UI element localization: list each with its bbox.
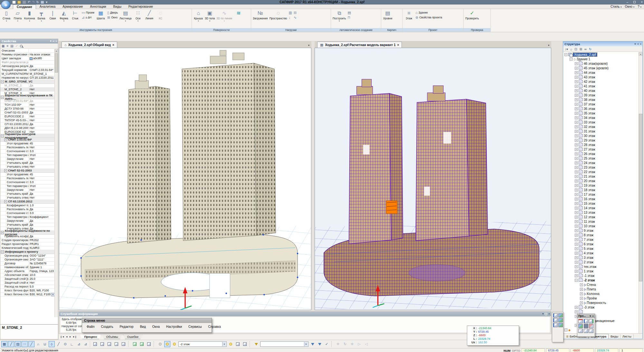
joint-tool-button[interactable]: ⊢Стык (70, 10, 80, 20)
ribbon-tab-Аннотации[interactable]: Аннотации (87, 5, 110, 9)
property-value[interactable]: Да (29, 223, 55, 227)
expander-icon[interactable]: + (575, 143, 578, 146)
property-category-row[interactable]: −Варианты конструирования в ПК ЛИРА-... (0, 95, 55, 99)
menu-item-Настройки[interactable]: Настройки (163, 324, 185, 329)
menu-item-Справка[interactable]: Справка (205, 324, 224, 329)
menu-item-Сервисы[interactable]: Сервисы (185, 324, 205, 329)
property-value[interactable]: 3.0 (29, 181, 55, 184)
expander-icon[interactable]: − (575, 279, 578, 282)
expander-icon[interactable]: + (575, 220, 578, 223)
property-row[interactable]: Класс бетона стен по...B30, W12, F100▼ (0, 293, 55, 297)
collapse-icon[interactable]: − (1, 231, 4, 234)
lamp-off-icon[interactable] (157, 341, 163, 347)
pin-icon[interactable]: T (635, 43, 640, 45)
property-row[interactable]: Коэффициент про...1.0 (0, 204, 55, 208)
property-value[interactable]: B30, W12, F100▼ (29, 293, 55, 296)
property-row[interactable]: Тип параметра ко...Угол (0, 153, 55, 157)
expander-icon[interactable]: + (575, 238, 578, 241)
tab-nav-arrows[interactable]: ❙◄◄►►❙ (60, 336, 77, 338)
menu-?[interactable]: ? (638, 5, 641, 9)
expander-icon[interactable]: + (575, 216, 578, 219)
projection-view-button-7[interactable] (578, 329, 583, 333)
delta-h-tool-button[interactable]: ⊿± ΔН (81, 15, 94, 19)
property-value[interactable]: Да (29, 235, 55, 238)
property-value[interactable]: 45 (29, 142, 55, 145)
collapse-icon[interactable]: − (4, 169, 7, 172)
property-value[interactable]: Нет (29, 103, 55, 107)
export-icon[interactable]: ⊡ (574, 47, 577, 51)
3d-canvas-analytic[interactable] (315, 48, 551, 310)
expander-icon[interactable]: + (575, 67, 578, 70)
property-category-row[interactable]: −СНиП 52-01-2003 (0, 169, 55, 173)
filter-select-combo[interactable]: ▼ (260, 341, 308, 347)
property-row[interactable]: M_STONE_1Да (0, 84, 55, 88)
minimize-button[interactable] (627, 0, 629, 4)
mini-view-button-5[interactable] (553, 323, 558, 327)
tree-item-Стена[interactable]: +Стена (563, 282, 639, 287)
grid-snap-toggle[interactable]: ▦ (1, 341, 7, 347)
filter-apply-icon[interactable] (309, 341, 316, 347)
tree-item-15 этаж[interactable]: +15 этаж (563, 201, 639, 206)
tree-item-тех.этаж[interactable]: +тех.этаж (563, 264, 639, 269)
tree-item-9 этаж[interactable]: +9 этаж (563, 228, 639, 233)
property-row[interactable]: Тип параметра ко...Коэффициент (0, 215, 55, 219)
expander-icon[interactable]: + (580, 288, 583, 291)
tree-item-Проём[interactable]: +Проём (563, 296, 639, 300)
tree-item-36 этаж[interactable]: +36 этаж (563, 106, 639, 111)
property-category-row[interactable]: −Коэффициенты надёжности по нагрузке (0, 231, 55, 235)
property-row[interactable]: Соотношение стор...3.0 (0, 211, 55, 215)
expander-icon[interactable]: + (575, 189, 578, 191)
property-value[interactable] (29, 49, 55, 53)
property-value[interactable]: Да (29, 99, 55, 103)
property-row[interactable]: Описание (0, 49, 55, 53)
mini-view-button-4[interactable] (558, 318, 563, 322)
property-value[interactable]: 45 (29, 173, 55, 176)
property-value[interactable]: Нет (29, 188, 55, 192)
tree-item--3 этаж[interactable]: +-3 этаж (563, 305, 639, 309)
apply-icon[interactable]: ✓ (15, 44, 18, 48)
expander-icon[interactable]: + (575, 229, 578, 232)
tree-item-7 этаж[interactable]: +7 этаж (563, 237, 639, 242)
group-custom-icon[interactable]: ▤ (10, 44, 13, 48)
expander-icon[interactable]: − (564, 53, 567, 56)
property-value[interactable]: M_STONE_1 (29, 72, 55, 76)
property-value[interactable]: Нет (29, 119, 55, 122)
show-ghost-icon[interactable] (146, 341, 152, 347)
lamp-on-icon[interactable] (164, 341, 170, 347)
property-row[interactable]: ТКП/ОР 45-5.03-...200Нет (0, 119, 55, 122)
view-style-settings-icon[interactable] (120, 341, 127, 347)
ribbon-tab-Редактирование[interactable]: Редактирование (125, 5, 156, 9)
property-row[interactable]: ДСТУ 3760-98Нет (0, 107, 55, 111)
group-by-category-icon[interactable]: ▦ (2, 44, 5, 48)
projection-view-button-1[interactable] (578, 319, 583, 323)
property-value[interactable]: Нет (29, 196, 55, 200)
building-tool-button[interactable]: ⌂Здание (415, 11, 442, 15)
tree-item-31 этаж[interactable]: +31 этаж (563, 129, 639, 133)
property-row[interactable]: ДБН В.2.6-98:2009Нет (0, 126, 55, 130)
chevron-down-icon[interactable]: ▼ (304, 342, 308, 346)
truck-load-tool-button[interactable]: ⊟ (294, 11, 297, 15)
project-properties-tool-button[interactable]: ⊛Свойства проекта (415, 15, 442, 19)
window-tool-button[interactable]: ⊞Окно (107, 15, 118, 19)
tree-item--2 этаж[interactable]: −-2 этаж (563, 278, 639, 282)
refresh-icon[interactable]: ↻ (589, 47, 592, 51)
tree-item-Координационные[interactable]: +Координационные (563, 318, 639, 323)
tree-item-13 этаж[interactable]: +13 этаж (563, 210, 639, 215)
property-value[interactable]: Да (29, 111, 55, 114)
property-category-row[interactable]: −Информация к проекту (0, 250, 55, 254)
expander-icon[interactable]: + (580, 301, 583, 304)
property-row[interactable]: ЗакруглениеДа (0, 219, 55, 223)
projection-view-button-5[interactable] (584, 324, 588, 328)
tree-item-35 этаж[interactable]: +35 этаж (563, 111, 639, 115)
property-value[interactable]: ЗАО "1111" (29, 258, 55, 261)
expander-icon[interactable]: + (575, 265, 578, 268)
collapse-icon[interactable]: − (4, 200, 7, 203)
tree-item[interactable]: + (563, 309, 639, 314)
sort-icon[interactable]: ↕▾ (565, 47, 568, 51)
menu-Стиль[interactable]: Стиль (611, 5, 622, 9)
filter-edit-icon[interactable] (317, 341, 323, 347)
property-row[interactable]: Учитывать крайДа (0, 223, 55, 227)
floor-select-combo[interactable]: -2 этаж▼ (178, 341, 227, 347)
panel-tab-Листы[interactable]: Листы (620, 334, 633, 338)
expander-icon[interactable]: + (580, 292, 583, 295)
